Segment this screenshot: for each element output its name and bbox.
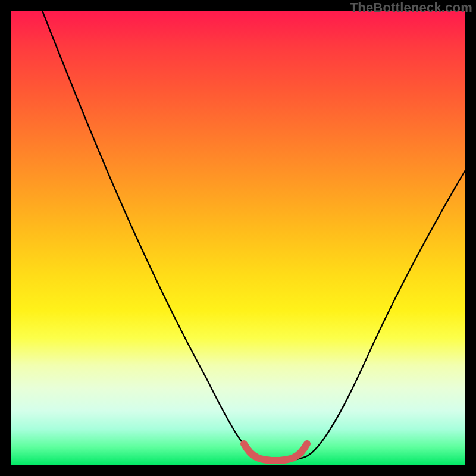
plot-area [11,11,465,465]
chart-frame: TheBottleneck.com [0,0,476,476]
curve-svg [11,11,465,465]
bottleneck-curve [42,11,465,461]
watermark-text: TheBottleneck.com [350,0,472,15]
trough-highlight [244,444,307,461]
